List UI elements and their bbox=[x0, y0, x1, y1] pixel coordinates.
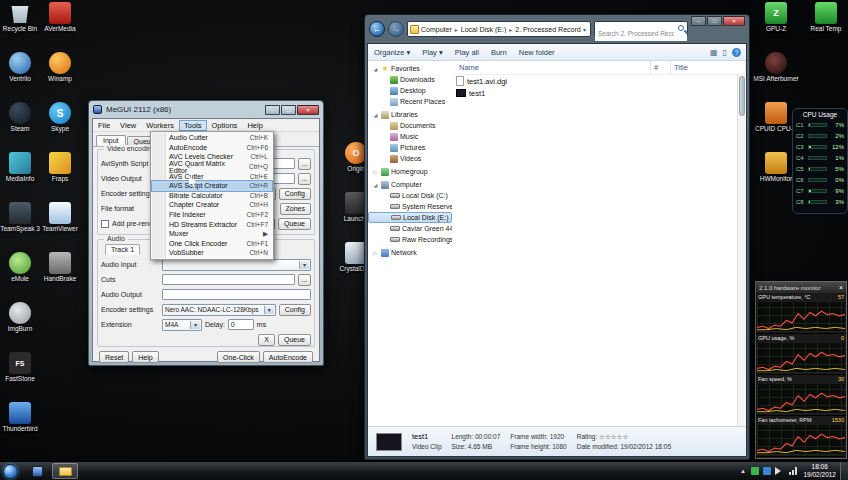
tools-menu-item[interactable]: HD Streams Extractor Ctrl+F7 bbox=[152, 219, 272, 229]
tools-menu-item[interactable]: One Click Encoder Ctrl+F1 bbox=[152, 239, 272, 249]
desktop-icon[interactable]: AVerMedia bbox=[40, 2, 80, 43]
desktop-icon[interactable]: Recycle Bin bbox=[0, 2, 40, 43]
desktop-icon[interactable]: ImgBurn bbox=[0, 302, 40, 343]
toolbar-button[interactable]: New folder bbox=[513, 44, 561, 60]
start-button[interactable] bbox=[3, 464, 18, 479]
desktop-icon[interactable]: TeamViewer bbox=[40, 202, 80, 243]
tools-menu-item[interactable]: Audio Cutter Ctrl+K bbox=[152, 133, 272, 143]
breadcrumb-item[interactable]: 2. Processed Recordings bbox=[515, 26, 581, 33]
tray-icon[interactable] bbox=[763, 467, 771, 475]
tools-menu-item[interactable]: VobSubber Ctrl+N bbox=[152, 248, 272, 258]
nav-item[interactable]: Local Disk (E:) bbox=[368, 212, 452, 223]
file-row[interactable]: test1.avi.dgi bbox=[452, 75, 737, 87]
delay-input[interactable]: 0 bbox=[228, 319, 254, 330]
tools-menu-item[interactable]: Chapter Creator Ctrl+H bbox=[152, 200, 272, 210]
column-header[interactable]: Title bbox=[671, 61, 746, 74]
toolbar-button[interactable]: Organize ▾ bbox=[368, 44, 416, 60]
close-button[interactable]: × bbox=[723, 16, 745, 26]
desktop-icon[interactable]: HWMonitor bbox=[756, 152, 796, 193]
reset-button[interactable]: Reset bbox=[99, 351, 129, 363]
address-bar[interactable]: ComputerLocal Disk (E:)2. Processed Reco… bbox=[407, 21, 591, 37]
back-button[interactable]: ← bbox=[369, 21, 385, 37]
desktop-icon[interactable]: TeamSpeak 3 bbox=[0, 202, 40, 243]
audio-input-select[interactable] bbox=[162, 259, 311, 271]
scrollbar-thumb[interactable] bbox=[739, 76, 745, 116]
taskbar-app-button[interactable] bbox=[24, 463, 50, 479]
nav-item[interactable]: ▷ Network bbox=[368, 247, 452, 258]
toolbar-button[interactable]: Play ▾ bbox=[416, 44, 448, 60]
menu-item[interactable]: Tools bbox=[179, 120, 207, 131]
avisynth-browse-button[interactable]: ... bbox=[298, 158, 311, 170]
tray-icon[interactable] bbox=[789, 467, 797, 475]
tray-icon[interactable] bbox=[738, 467, 747, 475]
tray-icon[interactable] bbox=[775, 467, 785, 475]
nav-item[interactable]: Caviar Green 448GB (F:) bbox=[368, 223, 452, 234]
explorer-caption-bar[interactable]: ← → ComputerLocal Disk (E:)2. Processed … bbox=[365, 15, 749, 43]
extension-select[interactable]: M4A bbox=[162, 319, 202, 331]
audio-encoder-select[interactable]: Nero AAC: NDAAC-LC-128Kbps bbox=[162, 304, 276, 316]
maximize-button[interactable]: □ bbox=[707, 16, 722, 26]
prerender-checkbox[interactable] bbox=[101, 220, 109, 228]
menu-item[interactable]: Help bbox=[242, 120, 267, 131]
nav-item[interactable]: ◢ Libraries bbox=[368, 109, 452, 120]
autoencode-button[interactable]: AutoEncode bbox=[263, 351, 313, 363]
search-box[interactable] bbox=[594, 21, 688, 37]
nav-item[interactable]: Documents bbox=[368, 120, 452, 131]
desktop-icon[interactable]: Ventrilo bbox=[0, 52, 40, 93]
menu-item[interactable]: View bbox=[115, 120, 141, 131]
audio-output-input[interactable] bbox=[162, 289, 311, 300]
audio-track-tab[interactable]: Track 1 bbox=[105, 244, 140, 255]
expander-icon[interactable]: ◢ bbox=[372, 182, 379, 188]
nav-item[interactable]: Local Disk (C:) bbox=[368, 190, 452, 201]
menu-item[interactable]: Options bbox=[207, 120, 243, 131]
audio-queue-button[interactable]: Queue bbox=[278, 334, 311, 346]
zones-button[interactable]: Zones bbox=[280, 203, 311, 215]
expander-icon[interactable]: ▷ bbox=[372, 169, 379, 175]
audio-config-button[interactable]: Config bbox=[279, 304, 311, 316]
tools-menu-item[interactable]: File Indexer Ctrl+F2 bbox=[152, 210, 272, 220]
video-config-button[interactable]: Config bbox=[279, 188, 311, 200]
nav-item[interactable]: Recent Places bbox=[368, 96, 452, 107]
breadcrumb-item[interactable]: Computer bbox=[421, 26, 461, 33]
cpu-usage-gadget[interactable]: CPU Usage C1 7% C2 2% C3 12% C4 1% C5 5%… bbox=[792, 108, 848, 214]
nav-item[interactable]: Raw Recordings (Z:) bbox=[368, 234, 452, 245]
tools-menu-item[interactable]: AutoEncode Ctrl+F6 bbox=[152, 143, 272, 153]
tools-menu-item[interactable]: AVS Script Creator Ctrl+R bbox=[152, 181, 272, 191]
tray-icon[interactable] bbox=[751, 467, 759, 475]
nav-item[interactable]: ▷ Homegroup bbox=[368, 166, 452, 177]
desktop-icon[interactable]: eMule bbox=[0, 252, 40, 293]
minimize-button[interactable]: – bbox=[265, 105, 280, 115]
nav-item[interactable]: ◢ Favorites bbox=[368, 63, 452, 74]
expander-icon[interactable]: ◢ bbox=[372, 112, 379, 118]
desktop-icon[interactable]: Steam bbox=[0, 102, 40, 143]
breadcrumb-item[interactable]: Local Disk (E:) bbox=[461, 26, 516, 33]
help-icon[interactable]: ? bbox=[732, 48, 741, 57]
address-dropdown-icon[interactable]: ▾ bbox=[581, 26, 588, 33]
help-button[interactable]: Help bbox=[132, 351, 158, 363]
maximize-button[interactable]: □ bbox=[281, 105, 296, 115]
nav-item[interactable]: Music bbox=[368, 131, 452, 142]
search-input[interactable] bbox=[595, 27, 687, 41]
desktop-icon[interactable]: Thunderbird bbox=[0, 402, 40, 443]
desktop-icon[interactable]: Fraps bbox=[40, 152, 80, 193]
details-rating[interactable]: Rating: ☆☆☆☆☆ bbox=[577, 432, 671, 442]
cuts-browse-button[interactable]: ... bbox=[298, 274, 311, 286]
expander-icon[interactable]: ◢ bbox=[372, 66, 379, 72]
cuts-input[interactable] bbox=[162, 274, 295, 285]
tools-menu-item[interactable]: AVC Quant Matrix Editor Ctrl+Q bbox=[152, 162, 272, 172]
column-header[interactable]: # bbox=[651, 61, 671, 74]
tools-menu-item[interactable]: AVS Cutter Ctrl+E bbox=[152, 171, 272, 181]
video-queue-button[interactable]: Queue bbox=[278, 218, 311, 230]
desktop-icon[interactable]: MSI Afterburner bbox=[756, 52, 796, 93]
minimize-button[interactable]: – bbox=[691, 16, 706, 26]
desktop-icon[interactable]: CPUID CPU-Z bbox=[756, 102, 796, 143]
desktop-icon[interactable]: Skype bbox=[40, 102, 80, 143]
file-row[interactable]: test1 bbox=[452, 87, 737, 99]
desktop-icon[interactable]: HandBrake bbox=[40, 252, 80, 293]
menu-item[interactable]: File bbox=[93, 120, 115, 131]
nav-item[interactable]: Downloads bbox=[368, 74, 452, 85]
taskbar-app-button[interactable] bbox=[52, 463, 78, 479]
scrollbar[interactable] bbox=[737, 75, 746, 426]
menu-item[interactable]: Workers bbox=[141, 120, 179, 131]
change-view-icon[interactable]: ▦ bbox=[710, 48, 718, 57]
